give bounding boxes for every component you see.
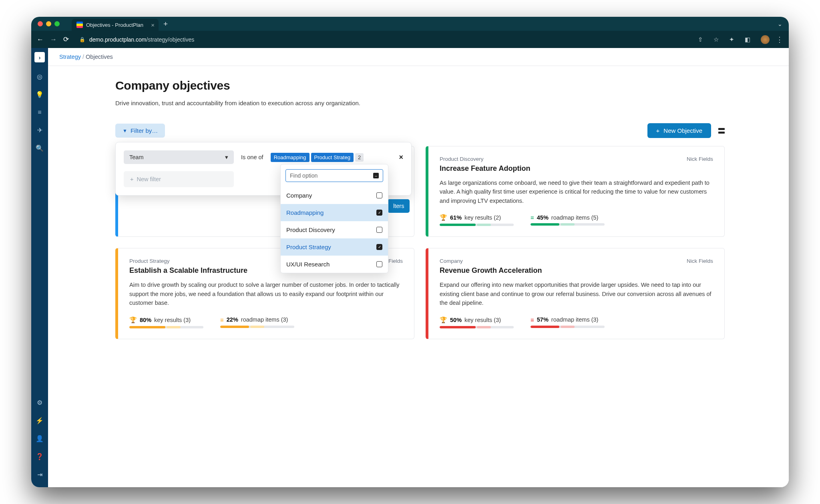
- kebab-menu-icon[interactable]: ⋮: [776, 35, 783, 44]
- browser-toolbar: ← → ⟳ 🔒 demo.productplan.com/strategy/ob…: [31, 31, 789, 48]
- card-description: As large organizations come onboard, we …: [440, 178, 713, 205]
- filter-label: Filter by…: [131, 127, 158, 134]
- indeterminate-icon[interactable]: –: [373, 173, 379, 178]
- trophy-icon: 🏆: [129, 316, 137, 324]
- roadmap-label: roadmap items (3): [551, 316, 599, 323]
- filter-options-popover: Find option – CompanyRoadmapping✓Product…: [280, 164, 388, 273]
- list-icon[interactable]: ≡: [38, 109, 41, 116]
- filter-remove-icon[interactable]: ×: [399, 153, 403, 162]
- key-results-percent: 80%: [140, 317, 151, 323]
- roadmap-percent: 22%: [227, 316, 238, 323]
- filter-search-input[interactable]: Find option –: [285, 169, 383, 182]
- checkbox-icon[interactable]: [376, 261, 382, 267]
- objective-card[interactable]: Company Nick Fields Revenue Growth Accel…: [426, 248, 725, 339]
- breadcrumb: Strategy / Objectives: [48, 48, 789, 66]
- new-objective-button[interactable]: + New Objective: [647, 123, 711, 138]
- star-icon[interactable]: ☆: [713, 36, 719, 43]
- checkbox-icon[interactable]: [376, 227, 382, 233]
- sidebar-collapse-button[interactable]: ›: [34, 52, 45, 62]
- search-placeholder: Find option: [290, 172, 318, 179]
- roadmap-percent: 57%: [537, 316, 549, 323]
- plug-icon[interactable]: ⚡: [36, 417, 44, 424]
- trophy-icon: 🏆: [440, 214, 447, 221]
- filter-operator: Is one of: [241, 154, 263, 160]
- key-results-percent: 50%: [450, 317, 462, 323]
- plus-icon: +: [130, 176, 133, 182]
- breadcrumb-strategy-link[interactable]: Strategy: [59, 54, 81, 60]
- search-icon[interactable]: 🔍: [36, 144, 44, 152]
- logout-icon[interactable]: ⇥: [37, 471, 42, 478]
- filter-option[interactable]: Company: [281, 187, 388, 204]
- reload-button[interactable]: ⟳: [63, 35, 69, 44]
- option-label: UX/UI Research: [286, 261, 330, 268]
- trophy-icon: 🏆: [440, 316, 447, 324]
- filter-icon: ▼: [123, 128, 127, 134]
- roadmap-progress: [220, 326, 294, 328]
- checkbox-icon[interactable]: ✓: [376, 244, 382, 250]
- page-title: Company objectives: [115, 79, 725, 92]
- roadmap-progress: [531, 326, 605, 328]
- filter-by-button[interactable]: ▼ Filter by…: [115, 124, 165, 138]
- apply-filters-button[interactable]: lters: [388, 199, 410, 213]
- card-owner: Nick Fields: [687, 258, 713, 264]
- filter-chip[interactable]: Roadmapping: [271, 153, 310, 162]
- option-label: Product Strategy: [286, 244, 331, 250]
- option-label: Company: [286, 192, 312, 199]
- card-description: Expand our offering into new market oppo…: [440, 280, 713, 307]
- lightbulb-icon[interactable]: 💡: [36, 91, 44, 98]
- tabbar-chevron-icon[interactable]: ⌄: [778, 21, 782, 27]
- extensions-icon[interactable]: ✦: [729, 36, 734, 43]
- card-category: Product Strategy: [129, 258, 170, 264]
- checkbox-icon[interactable]: ✓: [376, 210, 382, 216]
- filter-option[interactable]: Roadmapping✓: [281, 204, 388, 221]
- filter-chips[interactable]: Roadmapping Product Strateg 2: [271, 153, 364, 162]
- objective-card[interactable]: Product Discovery Nick Fields Increase F…: [426, 146, 725, 237]
- list-icon: ≡: [220, 316, 224, 323]
- browser-tab[interactable]: Objectives - ProductPlan ×: [72, 19, 159, 31]
- filter-field-select[interactable]: Team ▾: [124, 150, 234, 164]
- tab-title: Objectives - ProductPlan: [86, 22, 143, 28]
- share-icon[interactable]: ⇧: [698, 36, 703, 43]
- filter-field-value: Team: [129, 154, 143, 160]
- profile-avatar[interactable]: [761, 35, 770, 44]
- forward-button[interactable]: →: [50, 36, 57, 44]
- key-results-progress: [440, 224, 514, 226]
- address-bar[interactable]: 🔒 demo.productplan.com/strategy/objectiv…: [75, 36, 687, 43]
- browser-tab-bar: Objectives - ProductPlan × + ⌄: [31, 17, 789, 31]
- key-results-label: key results (3): [154, 317, 191, 323]
- plus-icon: +: [656, 127, 660, 134]
- panel-icon[interactable]: ◧: [745, 36, 750, 43]
- close-window-icon[interactable]: [38, 21, 43, 26]
- new-filter-button[interactable]: + New filter: [124, 171, 234, 187]
- minimize-window-icon[interactable]: [46, 21, 51, 26]
- roadmap-label: roadmap items (5): [551, 214, 599, 221]
- filter-option[interactable]: Product Discovery: [281, 221, 388, 238]
- breadcrumb-current: Objectives: [86, 54, 113, 60]
- gear-icon[interactable]: ⚙: [37, 399, 42, 406]
- filter-chip[interactable]: Product Strateg: [311, 153, 354, 162]
- roadmap-percent: 45%: [537, 214, 549, 221]
- option-label: Product Discovery: [286, 226, 335, 233]
- new-objective-label: New Objective: [663, 127, 702, 134]
- filter-chip-more[interactable]: 2: [355, 153, 364, 162]
- checkbox-icon[interactable]: [376, 192, 382, 198]
- target-icon[interactable]: ◎: [37, 73, 42, 80]
- card-category: Product Discovery: [440, 156, 484, 162]
- help-icon[interactable]: ❓: [36, 453, 44, 460]
- new-tab-button[interactable]: +: [163, 20, 168, 28]
- filter-option[interactable]: Product Strategy✓: [281, 238, 388, 256]
- tab-close-icon[interactable]: ×: [151, 22, 155, 28]
- user-icon[interactable]: 👤: [36, 435, 44, 442]
- card-title: Increase Feature Adoption: [440, 164, 713, 173]
- lock-icon: 🔒: [79, 37, 85, 42]
- app-sidebar: › ◎ 💡 ≡ ✈ 🔍 ⚙ ⚡ 👤 ❓ ⇥: [31, 48, 48, 487]
- rocket-icon[interactable]: ✈: [37, 126, 42, 134]
- back-button[interactable]: ←: [37, 36, 44, 44]
- chevron-down-icon: ▾: [225, 154, 228, 160]
- view-toggle-button[interactable]: [718, 128, 725, 134]
- key-results-label: key results (3): [464, 317, 501, 323]
- maximize-window-icon[interactable]: [54, 21, 60, 26]
- breadcrumb-separator: /: [82, 54, 84, 60]
- filter-option[interactable]: UX/UI Research: [281, 256, 388, 273]
- option-label: Roadmapping: [286, 209, 324, 216]
